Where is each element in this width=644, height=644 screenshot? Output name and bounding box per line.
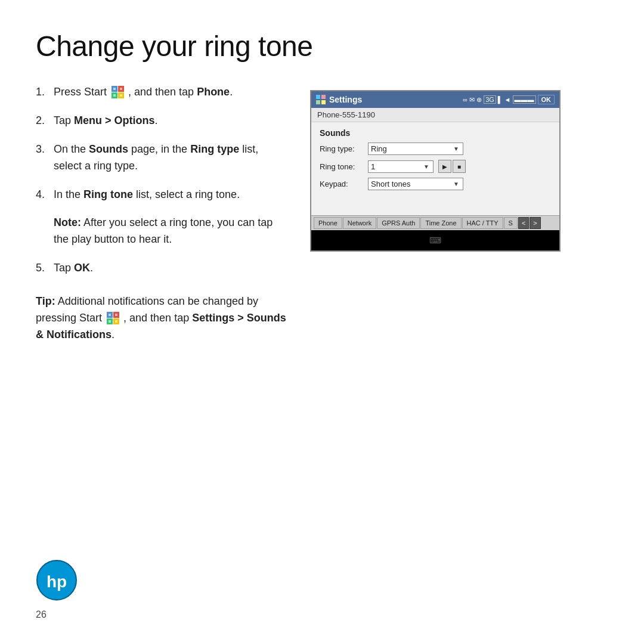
note-label: Note:: [54, 216, 81, 228]
svg-rect-6: [113, 94, 116, 97]
step-number-4: 4.: [36, 187, 50, 203]
ring-tone-row: Ring tone: 1 ▼ ▶ ■: [320, 160, 551, 173]
start-icon-tip: [106, 311, 119, 324]
titlebar-left: Settings: [316, 95, 362, 104]
keypad-value: Short tones: [371, 179, 411, 188]
step-text-5: Tap OK.: [54, 260, 286, 277]
step-text-4: In the Ring tone list, select a ring ton…: [54, 187, 286, 203]
tab-hac-tty[interactable]: HAC / TTY: [462, 217, 503, 229]
footer-area: hp 26: [36, 559, 78, 620]
step3-bold2: Ring type: [190, 143, 239, 155]
step1-bold: Phone: [197, 86, 230, 98]
ring-tone-select[interactable]: 1 ▼: [368, 160, 434, 173]
keypad-row: Keypad: Short tones ▼: [320, 178, 551, 190]
phone-taskbar: ⌨: [311, 230, 559, 250]
step4-bold: Ring tone: [83, 188, 133, 200]
page-title: Change your ring tone: [36, 30, 608, 63]
note-text: After you select a ring tone, you can ta…: [54, 216, 273, 245]
tip-block: Tip: Additional notifications can be cha…: [36, 293, 286, 343]
page-number: 26: [36, 609, 78, 620]
windows-logo-icon: [316, 95, 326, 104]
icon-battery: ▬▬▬: [513, 95, 536, 104]
icon-bluetooth: ⊕: [476, 96, 482, 104]
icon-volume: ◄: [504, 96, 511, 103]
step-text-3: On the Sounds page, in the Ring type lis…: [54, 141, 286, 175]
svg-rect-12: [109, 314, 111, 316]
svg-rect-18: [316, 100, 320, 104]
sounds-heading: Sounds: [320, 128, 551, 138]
step-3: 3. On the Sounds page, in the Ring type …: [36, 141, 286, 175]
svg-rect-13: [115, 314, 117, 316]
step-4: 4. In the Ring tone list, select a ring …: [36, 187, 286, 203]
tab-s[interactable]: S: [504, 217, 518, 229]
tip-label: Tip:: [36, 295, 55, 307]
note-block: Note: After you select a ring tone, you …: [54, 215, 286, 248]
ok-button[interactable]: OK: [538, 95, 555, 104]
ring-tone-value: 1: [371, 162, 375, 171]
ring-type-value: Ring: [371, 144, 387, 153]
stop-button[interactable]: ■: [453, 160, 466, 173]
tab-network[interactable]: Network: [343, 217, 376, 229]
ring-tone-arrow: ▼: [422, 163, 431, 170]
keyboard-icon: ⌨: [429, 236, 442, 245]
ringtone-controls: ▶ ■: [438, 160, 466, 173]
keypad-label: Keypad:: [320, 179, 364, 188]
svg-rect-17: [321, 95, 326, 99]
step-5: 5. Tap OK.: [36, 260, 286, 277]
keypad-arrow: ▼: [452, 181, 460, 187]
play-button[interactable]: ▶: [438, 160, 451, 173]
step3-bold1: Sounds: [89, 143, 128, 155]
step2-bold: Menu > Options: [74, 114, 155, 126]
phone-titlebar-title: Settings: [329, 95, 362, 104]
tab-gprs-auth[interactable]: GPRS Auth: [377, 217, 420, 229]
svg-rect-16: [316, 95, 320, 99]
tab-nav-right[interactable]: >: [530, 217, 540, 229]
step-number-5: 5.: [36, 260, 50, 277]
step-2: 2. Tap Menu > Options.: [36, 113, 286, 129]
ring-tone-label: Ring tone:: [320, 162, 364, 171]
icon-bars: ▌: [498, 96, 503, 103]
phone-tabs: Phone Network GPRS Auth Time Zone HAC / …: [311, 215, 559, 230]
phone-body: Sounds Ring type: Ring ▼ Ring tone: 1: [311, 122, 559, 215]
icon-signal: ∞: [463, 96, 467, 103]
icon-email: ✉: [469, 96, 475, 104]
step-text-2: Tap Menu > Options.: [54, 113, 286, 129]
keypad-select[interactable]: Short tones ▼: [368, 178, 463, 190]
tab-nav-left[interactable]: <: [518, 217, 529, 229]
phone-number-bar: Phone-555-1190: [311, 108, 559, 122]
ring-type-row: Ring type: Ring ▼: [320, 143, 551, 155]
svg-rect-7: [120, 94, 122, 97]
svg-rect-5: [120, 88, 122, 90]
phone-window: Settings ∞ ✉ ⊕ 3G ▌ ◄ ▬▬▬ OK Phone-555-1…: [310, 90, 561, 252]
step-number-2: 2.: [36, 113, 50, 129]
svg-rect-19: [321, 100, 326, 104]
phone-titlebar: Settings ∞ ✉ ⊕ 3G ▌ ◄ ▬▬▬ OK: [311, 91, 559, 108]
titlebar-icons: ∞ ✉ ⊕ 3G ▌ ◄ ▬▬▬ OK: [463, 95, 555, 104]
svg-text:hp: hp: [47, 572, 67, 591]
step-1: 1. Press Start: [36, 84, 286, 101]
instructions-panel: 1. Press Start: [36, 84, 286, 343]
svg-rect-15: [115, 320, 117, 323]
step-text-1: Press Start , and then: [54, 84, 286, 101]
ring-type-arrow: ▼: [452, 145, 460, 152]
svg-rect-14: [109, 320, 111, 323]
ring-type-select[interactable]: Ring ▼: [368, 143, 463, 155]
step-number-1: 1.: [36, 84, 50, 101]
icon-3g: 3G: [484, 95, 496, 104]
tab-time-zone[interactable]: Time Zone: [420, 217, 461, 229]
start-icon-1: [111, 85, 124, 98]
hp-logo: hp: [36, 559, 78, 603]
step5-bold: OK: [74, 262, 90, 274]
phone-screenshot: Settings ∞ ✉ ⊕ 3G ▌ ◄ ▬▬▬ OK Phone-555-1…: [310, 90, 566, 343]
tab-phone[interactable]: Phone: [314, 217, 342, 229]
svg-rect-4: [113, 88, 116, 90]
ring-type-label: Ring type:: [320, 144, 364, 153]
step-number-3: 3.: [36, 141, 50, 175]
